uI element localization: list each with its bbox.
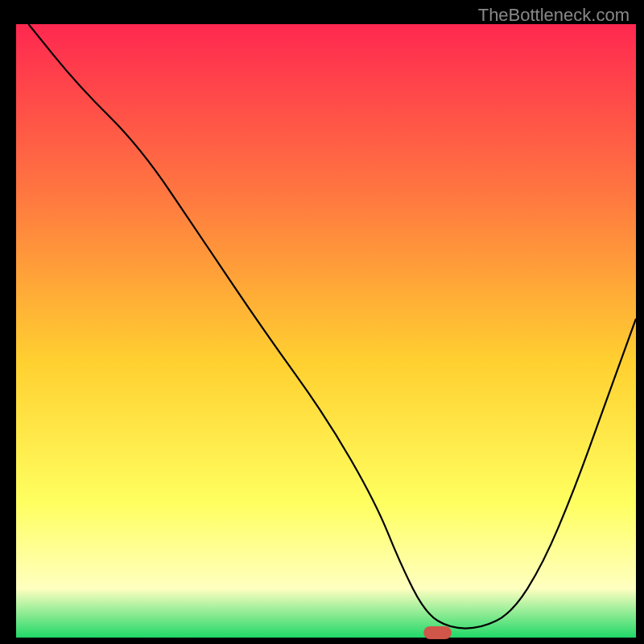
optimal-marker [423,626,452,639]
watermark-text: TheBottleneck.com [478,5,630,26]
chart-container: TheBottleneck.com [0,0,644,644]
bottleneck-chart [0,0,644,644]
